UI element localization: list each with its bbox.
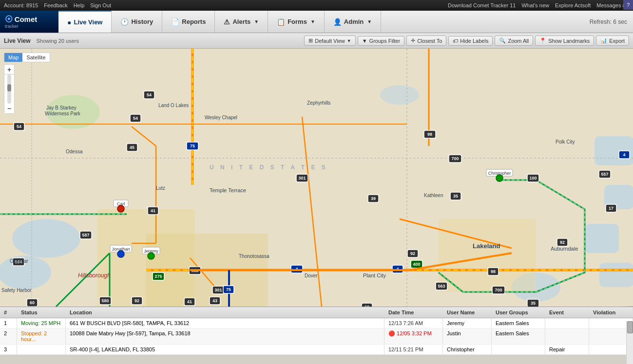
groups-filter-button[interactable]: ▼ Groups Filter	[358, 36, 404, 46]
cell-username: Christopher	[443, 345, 492, 354]
cell-location: SR-400 [I-4], LAKELAND, FL 33805	[66, 345, 384, 354]
tab-history[interactable]: 🕐History	[112, 11, 162, 33]
svg-text:Odessa: Odessa	[66, 149, 83, 154]
svg-rect-5	[585, 224, 619, 253]
scrollbar[interactable]	[626, 321, 633, 364]
table-row[interactable]: 3 SR-400 [I-4], LAKELAND, FL 33805 12/11…	[0, 345, 633, 355]
zoom-in-button[interactable]: +	[4, 65, 14, 74]
svg-point-1	[12, 219, 80, 258]
history-label: History	[131, 18, 153, 25]
map-type-map[interactable]: Map	[4, 53, 22, 62]
svg-text:43: 43	[212, 298, 217, 303]
cell-groups: Eastern Sales	[492, 318, 545, 328]
svg-text:Thonotosassa: Thonotosassa	[239, 254, 269, 259]
table-row[interactable]: 1 Moving: 25 MPH 661 W BUSCH BLVD [SR-58…	[0, 318, 633, 328]
signout-link[interactable]: Sign Out	[90, 2, 111, 8]
svg-text:Plant City: Plant City	[363, 273, 386, 278]
zoom-out-button[interactable]: −	[4, 104, 14, 113]
svg-text:301: 301	[298, 176, 306, 181]
logo-line1: ⦿ Comet	[5, 15, 37, 24]
default-view-icon: ⊞	[308, 37, 313, 44]
export-button[interactable]: 📊 Export	[596, 36, 629, 46]
svg-text:557: 557	[601, 172, 608, 177]
svg-text:60: 60	[364, 305, 369, 307]
svg-text:41: 41	[187, 299, 192, 304]
default-view-button[interactable]: ⊞ Default View ▼	[304, 36, 355, 46]
col-header-num: #	[0, 307, 17, 318]
showing-users: Showing 20 users	[36, 38, 78, 44]
zoom-all-button[interactable]: 🔍 Zoom All	[495, 36, 533, 46]
cell-datetime: 🔴 12/05 3:32 PM	[384, 328, 443, 344]
svg-text:Jay B Starkey: Jay B Starkey	[46, 105, 77, 110]
default-view-arrow: ▼	[347, 38, 351, 43]
tab-forms[interactable]: 📋Forms▼	[268, 11, 325, 33]
nav-bar: ⦿ Comet tracker ●Live View🕐History📄Repor…	[0, 11, 633, 33]
download-link[interactable]: Download Comet Tracker 11	[448, 2, 516, 8]
admin-icon: 👤	[333, 18, 342, 26]
closest-to-button[interactable]: ✛ Closest To	[406, 36, 446, 46]
svg-text:4: 4	[623, 152, 625, 157]
live-view-label: Live View	[74, 18, 102, 26]
nav-tabs: ●Live View🕐History📄Reports⚠Alerts▼📋Forms…	[58, 11, 381, 33]
svg-text:Land O Lakes: Land O Lakes	[158, 103, 189, 108]
cell-location: 10088 Dale Mabry Hwy [Sr-597], Tampa, FL…	[66, 328, 384, 344]
cell-location: 661 W BUSCH BLVD [SR-580], TAMPA, FL 336…	[66, 318, 384, 328]
svg-text:92: 92	[410, 251, 415, 256]
svg-text:98: 98	[427, 132, 432, 137]
map-type-satellite[interactable]: Satellite	[22, 53, 49, 62]
forms-icon: 📋	[277, 18, 285, 26]
landmark-icon: 📍	[539, 37, 546, 44]
svg-point-149	[117, 205, 124, 212]
whatsnew-link[interactable]: What's new	[521, 2, 549, 8]
scrollbar-thumb[interactable]	[627, 321, 633, 333]
svg-text:45: 45	[130, 145, 134, 150]
svg-text:U N I T E D   S T A T E S: U N I T E D S T A T E S	[210, 164, 328, 171]
svg-text:301: 301	[214, 288, 222, 292]
cell-username: Justin	[443, 328, 492, 344]
col-header-violation: Violation	[589, 307, 633, 318]
show-landmarks-button[interactable]: 📍 Show Landmarks	[535, 36, 594, 46]
svg-text:587: 587	[82, 233, 89, 237]
svg-rect-6	[599, 263, 633, 287]
cell-groups: Eastern Sales	[492, 328, 545, 344]
cell-status	[17, 345, 66, 354]
cell-username: Jeremy	[443, 318, 492, 328]
svg-text:700: 700	[451, 156, 459, 161]
data-table: # Status Location Date Time User Name Us…	[0, 307, 633, 355]
cell-event	[545, 328, 589, 344]
tab-reports[interactable]: 📄Reports	[162, 11, 215, 33]
hide-labels-button[interactable]: 🏷 Hide Labels	[448, 36, 493, 46]
logo: ⦿ Comet tracker	[0, 11, 58, 33]
svg-point-8	[380, 85, 419, 105]
help-icon[interactable]: ?	[623, 0, 633, 10]
svg-text:275: 275	[154, 274, 162, 279]
cell-event: Repair	[545, 345, 589, 354]
cell-num: 2	[0, 328, 17, 344]
cell-groups	[492, 345, 545, 354]
live-view-label: Live View	[4, 37, 30, 44]
svg-text:54: 54	[133, 116, 138, 121]
tab-live-view[interactable]: ●Live View	[58, 11, 112, 33]
export-icon: 📊	[600, 37, 607, 44]
svg-text:75: 75	[226, 287, 231, 292]
help-link[interactable]: Help	[74, 2, 85, 8]
explore-link[interactable]: Explore Actsoft	[555, 2, 591, 8]
svg-text:35: 35	[531, 301, 536, 306]
svg-text:Oldsmar: Oldsmar	[10, 258, 28, 264]
col-header-event: Event	[545, 307, 589, 318]
svg-text:92: 92	[134, 298, 139, 303]
svg-text:Hillsborough: Hillsborough	[78, 272, 111, 279]
cell-num: 1	[0, 318, 17, 328]
map-svg: 75 75 4 4 275 98 92	[0, 49, 633, 307]
feedback-link[interactable]: Feedback	[44, 2, 67, 8]
table-row[interactable]: 2 Stopped: 2 hour... 10088 Dale Mabry Hw…	[0, 328, 633, 345]
col-header-location: Location	[66, 307, 384, 318]
tab-alerts[interactable]: ⚠Alerts▼	[215, 11, 268, 33]
forms-arrow: ▼	[310, 19, 315, 24]
zoom-icon: 🔍	[499, 37, 506, 44]
svg-text:Wilderness Park: Wilderness Park	[45, 111, 81, 116]
top-bar-right: Download Comet Tracker 11 What's new Exp…	[448, 2, 629, 8]
map-type-buttons: Map Satellite	[4, 53, 50, 62]
svg-text:Zephyrhills: Zephyrhills	[307, 100, 330, 106]
tab-admin[interactable]: 👤Admin▼	[325, 11, 381, 33]
